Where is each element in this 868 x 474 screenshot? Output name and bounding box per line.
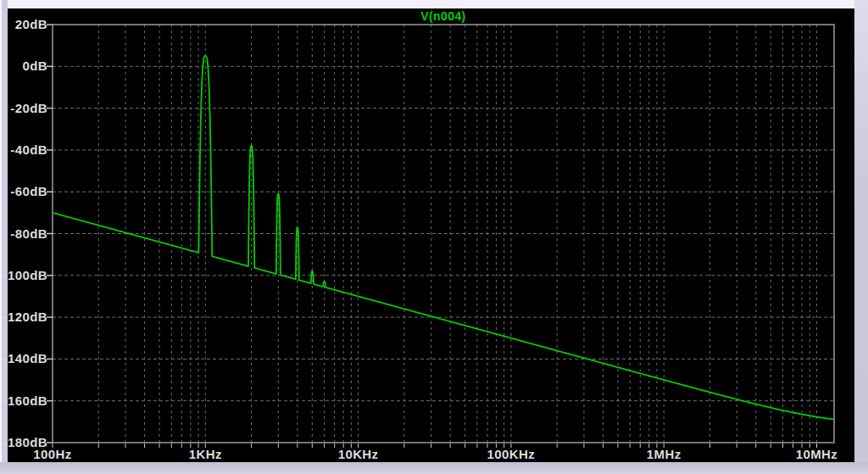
fft-plot[interactable]: 100Hz1KHz10KHz100KHz1MHz10MHz 20dB0dB-20… <box>0 0 868 474</box>
y-axis-label: -120dB <box>3 309 47 324</box>
x-axis-label: 1KHz <box>189 447 222 461</box>
x-axis-label: 1MHz <box>647 447 682 461</box>
trace-name-label[interactable]: V(n004) <box>420 9 465 23</box>
y-axis-label: -80dB <box>10 226 47 241</box>
y-axis-label: -100dB <box>3 268 47 282</box>
grid-lines <box>53 25 834 443</box>
y-axis-label: -20dB <box>10 101 47 115</box>
axis-tick-marks <box>47 25 817 448</box>
y-axis-label: -60dB <box>10 184 47 198</box>
y-axis-label: 0dB <box>22 59 47 73</box>
ltspice-waveform-window: { "trace": { "name": "V(n004)", "color":… <box>0 0 868 474</box>
y-axis-label: -140dB <box>3 351 47 365</box>
y-axis-label: -160dB <box>3 393 47 408</box>
y-axis-labels: 20dB0dB-20dB-40dB-60dB-80dB-100dB-120dB-… <box>3 17 47 449</box>
x-axis-label: 100KHz <box>487 447 536 461</box>
trace-vn004[interactable] <box>53 56 834 420</box>
x-axis-label: 10KHz <box>338 447 379 461</box>
trace-polyline[interactable] <box>53 56 834 420</box>
y-axis-label: 20dB <box>15 17 47 31</box>
x-axis-label: 10MHz <box>796 447 838 461</box>
plot-axis-box <box>53 25 834 443</box>
y-axis-label: -180dB <box>3 435 47 449</box>
x-axis-labels: 100Hz1KHz10KHz100KHz1MHz10MHz <box>33 447 837 461</box>
y-axis-label: -40dB <box>10 142 47 157</box>
